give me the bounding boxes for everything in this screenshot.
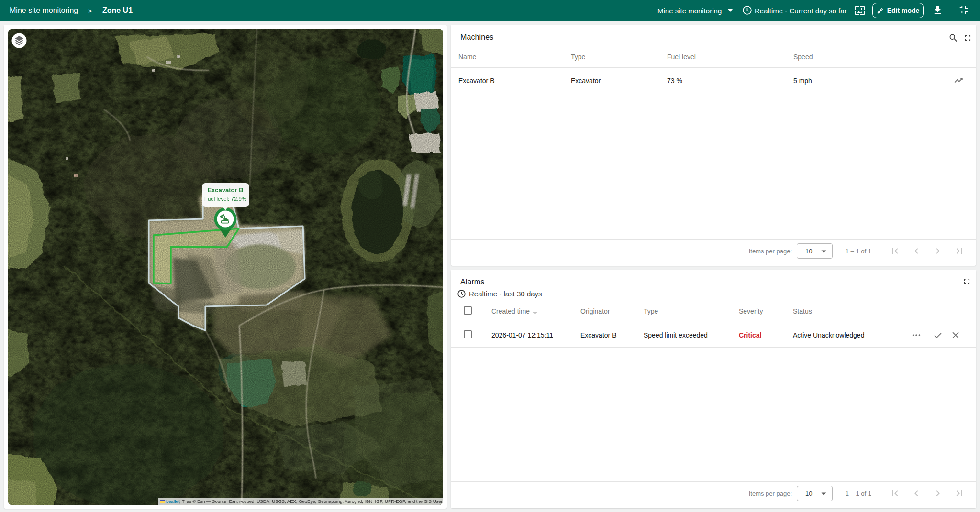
svg-text:Excavator B: Excavator B — [207, 186, 243, 194]
svg-text:| Tiles © Esri — Source: Esri,: | Tiles © Esri — Source: Esri, i-cubed, … — [179, 499, 443, 504]
svg-text:Fuel level: 72.9%: Fuel level: 72.9% — [204, 196, 246, 202]
svg-text:Leaflet: Leaflet — [166, 499, 180, 504]
